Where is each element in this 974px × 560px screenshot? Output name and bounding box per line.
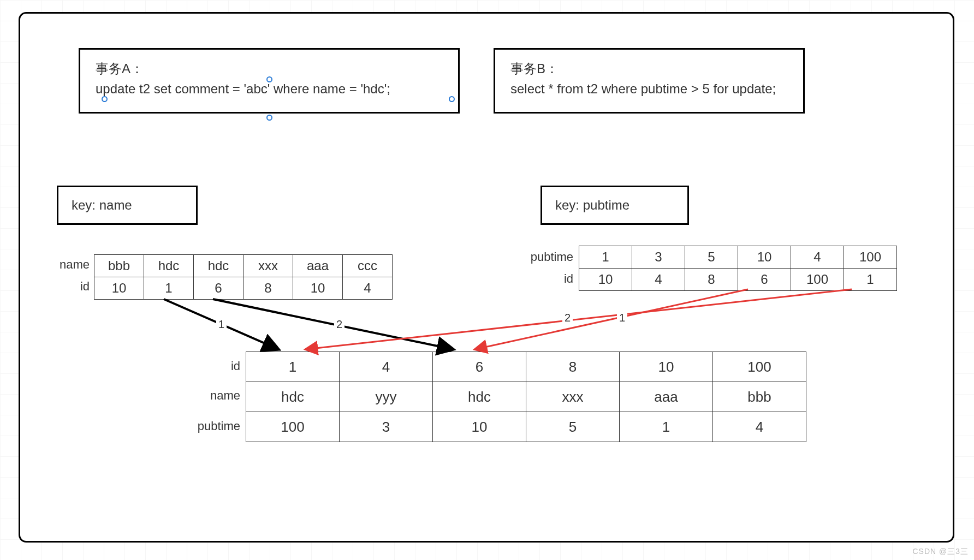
cell: 4	[791, 246, 844, 269]
cell: 10	[620, 352, 713, 382]
transaction-a-title: 事务A：	[96, 59, 443, 79]
cell: 10	[293, 277, 343, 300]
cell: 5	[685, 246, 738, 269]
index-name-row-label-id: id	[43, 279, 90, 294]
cell: 4	[713, 412, 806, 442]
arrow-black-1-label: 1	[216, 319, 227, 330]
cell: 6	[433, 352, 526, 382]
arrow-red-2-label: 2	[562, 312, 573, 323]
cell: aaa	[293, 255, 343, 277]
index-name-table: bbb hdc hdc xxx aaa ccc 10 1 6 8 10 4	[94, 254, 393, 300]
table-row: 1 3 5 10 4 100	[579, 246, 897, 269]
cell: 6	[738, 269, 791, 291]
table-row: 1 4 6 8 10 100	[246, 352, 806, 382]
index-name-row-label-name: name	[43, 258, 90, 272]
cell: 1	[844, 269, 897, 291]
key-pubtime-box: key: pubtime	[541, 186, 689, 225]
cell: 4	[632, 269, 685, 291]
cell: yyy	[340, 382, 433, 412]
cell: ccc	[343, 255, 393, 277]
cell: bbb	[94, 255, 144, 277]
table-row: hdc yyy hdc xxx aaa bbb	[246, 382, 806, 412]
cell: hdc	[246, 382, 340, 412]
cell: 10	[94, 277, 144, 300]
cell: 100	[713, 352, 806, 382]
main-row-label-id: id	[186, 359, 240, 373]
diagram-canvas: 事务A： update t2 set comment = 'abc' where…	[0, 0, 974, 560]
index-pubtime-table: 1 3 5 10 4 100 10 4 8 6 100 1	[579, 246, 897, 291]
transaction-b-sql: select * from t2 where pubtime > 5 for u…	[510, 80, 788, 99]
cell: 1	[620, 412, 713, 442]
cell: aaa	[620, 382, 713, 412]
index-pubtime-row-label-id: id	[513, 272, 573, 286]
cell: hdc	[144, 255, 194, 277]
index-pubtime-row-label-pubtime: pubtime	[513, 250, 573, 264]
cell: xxx	[526, 382, 620, 412]
selection-handle-icon	[102, 96, 108, 102]
cell: bbb	[713, 382, 806, 412]
transaction-b-box: 事务B： select * from t2 where pubtime > 5 …	[494, 48, 805, 114]
transaction-a-sql: update t2 set comment = 'abc' where name…	[96, 80, 443, 99]
cell: 1	[144, 277, 194, 300]
arrow-black-2-label: 2	[334, 319, 345, 330]
table-row: bbb hdc hdc xxx aaa ccc	[94, 255, 393, 277]
cell: hdc	[194, 255, 243, 277]
table-row: 10 1 6 8 10 4	[94, 277, 393, 300]
transaction-b-title: 事务B：	[510, 59, 788, 79]
cell: 10	[433, 412, 526, 442]
cell: 6	[194, 277, 243, 300]
main-row-label-name: name	[186, 389, 240, 403]
arrow-red-1-label: 1	[617, 312, 627, 323]
cell: 3	[632, 246, 685, 269]
cell: 100	[791, 269, 844, 291]
watermark: CSDN @三3三	[912, 547, 969, 557]
cell: 5	[526, 412, 620, 442]
cell: 10	[738, 246, 791, 269]
cell: 100	[246, 412, 340, 442]
selection-handle-icon	[266, 76, 272, 82]
cell: 3	[340, 412, 433, 442]
cell: 8	[685, 269, 738, 291]
key-name-box: key: name	[57, 186, 198, 225]
cell: xxx	[243, 255, 293, 277]
cell: hdc	[433, 382, 526, 412]
table-row: 100 3 10 5 1 4	[246, 412, 806, 442]
key-pubtime-label: key: pubtime	[555, 198, 629, 213]
cell: 1	[246, 352, 340, 382]
cell: 4	[343, 277, 393, 300]
cell: 4	[340, 352, 433, 382]
main-row-label-pubtime: pubtime	[186, 419, 240, 433]
main-table: 1 4 6 8 10 100 hdc yyy hdc xxx aaa bbb 1…	[246, 352, 806, 442]
cell: 100	[844, 246, 897, 269]
table-row: 10 4 8 6 100 1	[579, 269, 897, 291]
cell: 10	[579, 269, 632, 291]
cell: 1	[579, 246, 632, 269]
key-name-label: key: name	[72, 198, 132, 213]
cell: 8	[526, 352, 620, 382]
cell: 8	[243, 277, 293, 300]
selection-handle-icon	[449, 96, 455, 102]
selection-handle-icon	[266, 115, 272, 121]
